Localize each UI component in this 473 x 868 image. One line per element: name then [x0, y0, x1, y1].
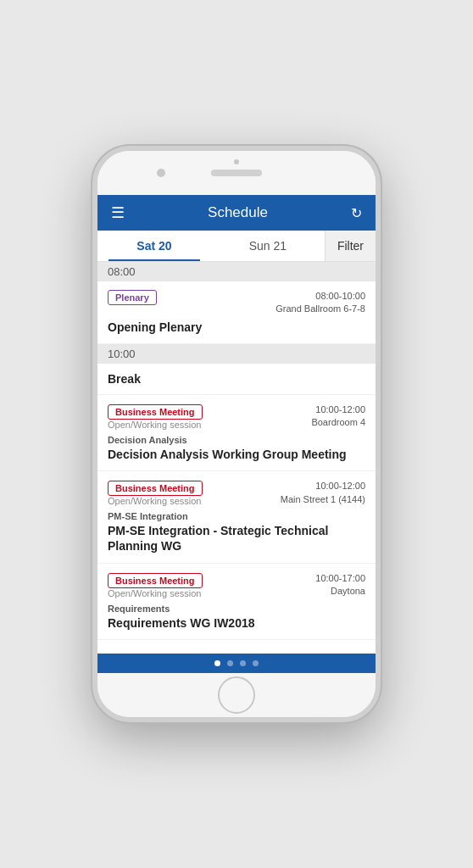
time-header-0800: 08:00	[97, 262, 376, 281]
tab-sun21[interactable]: Sun 21	[211, 231, 325, 261]
badge-business-3: Business Meeting	[108, 573, 203, 588]
session-type-1: Open/Working session	[108, 420, 203, 430]
badge-plenary: Plenary	[108, 290, 157, 305]
session-title-pmse: PM-SE Integration - Strategic Technical …	[108, 523, 365, 554]
app-header: ☰ Schedule ↻	[97, 195, 376, 231]
front-camera	[157, 169, 165, 177]
badge-business-1: Business Meeting	[108, 404, 203, 420]
session-title-decision-analysis: Decision Analysis Working Group Meeting	[108, 447, 365, 462]
menu-icon[interactable]: ☰	[111, 203, 125, 222]
session-meta-row: Plenary 08:00-10:00 Grand Ballroom 6-7-8	[108, 290, 365, 316]
session-type-3: Open/Working session	[108, 588, 203, 598]
session-track-1: Decision Analysis	[108, 435, 365, 445]
app-content: ☰ Schedule ↻ Sat 20 Sun 21 Filter 08:00 …	[97, 195, 376, 673]
nav-dot-3[interactable]	[240, 660, 246, 666]
session-type-2: Open/Working session	[108, 496, 203, 506]
tabs-group: Sat 20 Sun 21	[97, 231, 325, 261]
break-item: Break	[97, 364, 376, 395]
session-opening-plenary[interactable]: Plenary 08:00-10:00 Grand Ballroom 6-7-8…	[97, 281, 376, 344]
phone-bottom	[97, 673, 376, 717]
session-time-location-3: 10:00-17:00 Daytona	[315, 572, 365, 598]
session-meta-row: Business Meeting Open/Working session 10…	[108, 480, 365, 508]
time-header-1000: 10:00	[97, 344, 376, 364]
tabs-bar: Sat 20 Sun 21 Filter	[97, 231, 376, 262]
front-camera-dot	[234, 159, 239, 164]
header-title: Schedule	[208, 204, 268, 221]
nav-dot-4[interactable]	[253, 660, 259, 666]
schedule-scroll[interactable]: 08:00 Plenary 08:00-10:00 Grand Ballroom…	[97, 262, 376, 654]
session-meta-row: Business Meeting Open/Working session 10…	[108, 572, 365, 600]
phone-top	[97, 151, 376, 195]
session-requirements[interactable]: Business Meeting Open/Working session 10…	[97, 564, 376, 640]
session-decision-analysis[interactable]: Business Meeting Open/Working session 10…	[97, 395, 376, 471]
badge-business-2: Business Meeting	[108, 481, 203, 496]
session-track-3: Requirements	[108, 604, 365, 614]
session-time-location-2: 10:00-12:00 Main Street 1 (4144)	[281, 480, 365, 506]
session-title-opening-plenary: Opening Plenary	[108, 320, 365, 335]
bottom-nav-bar	[97, 654, 376, 673]
nav-dot-2[interactable]	[227, 660, 233, 666]
session-title-requirements: Requirements WG IW2018	[108, 615, 365, 631]
session-time-location: 08:00-10:00 Grand Ballroom 6-7-8	[275, 290, 365, 316]
phone-frame: ☰ Schedule ↻ Sat 20 Sun 21 Filter 08:00 …	[92, 146, 381, 722]
session-pmse-integration[interactable]: Business Meeting Open/Working session 10…	[97, 471, 376, 563]
home-button[interactable]	[218, 676, 255, 714]
refresh-icon[interactable]: ↻	[351, 205, 362, 221]
session-meta-row: Business Meeting Open/Working session 10…	[108, 403, 365, 431]
filter-button[interactable]: Filter	[325, 231, 376, 261]
tab-sat20[interactable]: Sat 20	[97, 231, 211, 261]
nav-dot-1[interactable]	[214, 660, 220, 666]
phone-speaker	[211, 170, 262, 176]
session-track-2: PM-SE Integration	[108, 511, 365, 521]
session-time-location-1: 10:00-12:00 Boardroom 4	[311, 403, 365, 430]
